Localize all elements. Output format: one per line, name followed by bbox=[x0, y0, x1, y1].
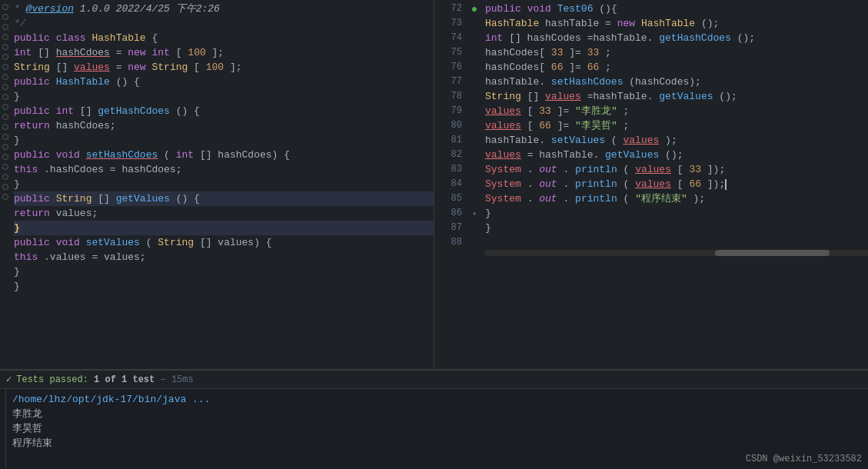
gutter-dot-6[interactable] bbox=[2, 54, 8, 60]
code-line-83: System . out . println ( values [ 33 ]); bbox=[485, 162, 868, 177]
gutter-empty-14 bbox=[470, 221, 479, 235]
left-code-lines: * @version 1.0.0 2022/4/25 下午2:26 */ pub… bbox=[11, 0, 434, 369]
console-content: /home/lhz/opt/jdk-17/bin/java ... 李胜龙 李昊… bbox=[6, 389, 868, 469]
code-line: public int [] getHashCdoes () { bbox=[14, 104, 434, 118]
gutter-empty-8 bbox=[470, 118, 479, 133]
gutter-dot-2[interactable] bbox=[2, 14, 8, 20]
gutter-dot-9[interactable] bbox=[2, 84, 8, 90]
code-line-85: System . out . println ( "程序结束" ); bbox=[485, 191, 868, 206]
gutter-dot-8[interactable] bbox=[2, 74, 8, 80]
code-line: return hashCdoes; bbox=[14, 118, 434, 133]
editor-area: * @version 1.0.0 2022/4/25 下午2:26 */ pub… bbox=[0, 0, 868, 369]
code-line: public HashTable () { bbox=[14, 75, 434, 89]
code-line: } bbox=[14, 133, 434, 148]
gutter-dot-1[interactable] bbox=[2, 4, 8, 10]
left-gutter bbox=[0, 0, 11, 369]
code-line-82: values = hashTable. getValues (); bbox=[485, 148, 868, 162]
gutter-dot-7[interactable] bbox=[2, 64, 8, 70]
gutter-empty-4 bbox=[470, 60, 479, 75]
code-line: this .values = values; bbox=[14, 250, 434, 264]
right-code-lines: public void Test06 (){ HashTable hashTab… bbox=[482, 0, 868, 369]
code-line-78: String [] values =hashTable. getValues (… bbox=[485, 89, 868, 104]
gutter-empty-6 bbox=[470, 89, 479, 104]
code-line: return values; bbox=[14, 206, 434, 221]
code-line-74: int [] hashCodes =hashTable. getHashCdoe… bbox=[485, 31, 868, 45]
gutter-empty-10 bbox=[470, 148, 479, 162]
gutter-empty-3 bbox=[470, 45, 479, 60]
gutter-dot-19[interactable] bbox=[2, 184, 8, 190]
gutter-empty-13 bbox=[470, 191, 479, 206]
gutter-dot-5[interactable] bbox=[2, 44, 8, 50]
gutter-dot-17[interactable] bbox=[2, 164, 8, 170]
code-line: int [] hashCdoes = new int [ 100 ]; bbox=[14, 45, 434, 60]
gutter-dot-4[interactable] bbox=[2, 34, 8, 40]
code-line-88 bbox=[485, 235, 868, 250]
code-line-77: hashTable. setHashCdoes (hashCodes); bbox=[485, 75, 868, 89]
console-output: /home/lhz/opt/jdk-17/bin/java ... 李胜龙 李昊… bbox=[0, 389, 868, 469]
console-path-line: /home/lhz/opt/jdk-17/bin/java ... bbox=[12, 392, 862, 407]
console-sidebar bbox=[0, 389, 6, 469]
code-line: */ bbox=[14, 16, 434, 31]
code-line-76: hashCodes[ 66 ]= 66 ; bbox=[485, 60, 868, 75]
gutter-dot-3[interactable] bbox=[2, 24, 8, 30]
code-line: } bbox=[14, 279, 434, 294]
gutter-empty-2 bbox=[470, 31, 479, 45]
console-output-line-1: 李胜龙 bbox=[12, 407, 862, 421]
gutter-dot-10[interactable] bbox=[2, 94, 8, 100]
code-line-86: } bbox=[485, 206, 868, 221]
code-line-72: public void Test06 (){ bbox=[485, 2, 868, 16]
test-status-bar: ✓ Tests passed: 1 of 1 test – 15ms bbox=[0, 371, 868, 389]
gutter-empty-7 bbox=[470, 104, 479, 118]
right-line-numbers: 72 73 74 75 76 77 78 79 80 81 82 83 84 8… bbox=[434, 0, 467, 369]
scrollbar-thumb[interactable] bbox=[715, 250, 830, 256]
console-path: /home/lhz/opt/jdk-17/bin/java ... bbox=[12, 394, 210, 405]
gutter-dot-15[interactable] bbox=[2, 144, 8, 150]
code-line: } bbox=[14, 89, 434, 104]
code-line-87: } bbox=[485, 221, 868, 235]
code-line: public void setValues ( String [] values… bbox=[14, 235, 434, 250]
gutter-dot-16[interactable] bbox=[2, 154, 8, 160]
gutter-dot-11[interactable] bbox=[2, 104, 8, 110]
test-status-text: Tests passed: 1 of 1 test – 15ms bbox=[16, 374, 193, 385]
code-line: } bbox=[14, 177, 434, 191]
code-line-84: System . out . println ( values [ 66 ]); bbox=[485, 177, 868, 191]
code-line: } bbox=[14, 221, 434, 235]
code-line: this .hashCdoes = hashCdoes; bbox=[14, 162, 434, 177]
code-line: public String [] getValues () { bbox=[14, 191, 434, 206]
right-panel: 72 73 74 75 76 77 78 79 80 81 82 83 84 8… bbox=[434, 0, 868, 369]
left-panel: * @version 1.0.0 2022/4/25 下午2:26 */ pub… bbox=[0, 0, 434, 369]
gutter-empty-11 bbox=[470, 162, 479, 177]
code-line-75: hashCodes[ 33 ]= 33 ; bbox=[485, 45, 868, 60]
gutter-empty-5 bbox=[470, 75, 479, 89]
bottom-panel: ✓ Tests passed: 1 of 1 test – 15ms /home… bbox=[0, 369, 868, 469]
code-line-79: values [ 33 ]= "李胜龙" ; bbox=[485, 104, 868, 118]
gutter-dot-14[interactable] bbox=[2, 134, 8, 140]
code-line: } bbox=[14, 264, 434, 279]
gutter-dot-20[interactable] bbox=[2, 194, 8, 200]
csdn-badge: CSDN @weixin_53233582 bbox=[746, 454, 862, 464]
gutter-dot-18[interactable] bbox=[2, 174, 8, 180]
run-icon[interactable]: ● bbox=[470, 2, 479, 16]
code-line-80: values [ 66 ]= "李昊哲" ; bbox=[485, 118, 868, 133]
code-line: * @version 1.0.0 2022/4/25 下午2:26 bbox=[14, 2, 434, 16]
gutter-empty-9 bbox=[470, 133, 479, 148]
horizontal-scrollbar[interactable] bbox=[485, 250, 868, 256]
console-output-line-2: 李昊哲 bbox=[12, 421, 862, 436]
code-line: public void setHashCdoes ( int [] hashCd… bbox=[14, 148, 434, 162]
gutter-empty-1 bbox=[470, 16, 479, 31]
gutter-empty-15 bbox=[470, 235, 479, 250]
gutter-dot-13[interactable] bbox=[2, 124, 8, 130]
gutter-dot-12[interactable] bbox=[2, 114, 8, 120]
fold-icon[interactable]: ▾ bbox=[470, 206, 479, 221]
gutter-empty-12 bbox=[470, 177, 479, 191]
code-line-73: HashTable hashTable = new HashTable (); bbox=[485, 16, 868, 31]
console-output-line-3: 程序结束 bbox=[12, 436, 862, 451]
code-line: public class HashTable { bbox=[14, 31, 434, 45]
code-line: String [] values = new String [ 100 ]; bbox=[14, 60, 434, 75]
code-line-81: hashTable. setValues ( values ); bbox=[485, 133, 868, 148]
check-icon: ✓ bbox=[6, 374, 12, 385]
right-gutter: ● ▾ bbox=[467, 0, 482, 369]
